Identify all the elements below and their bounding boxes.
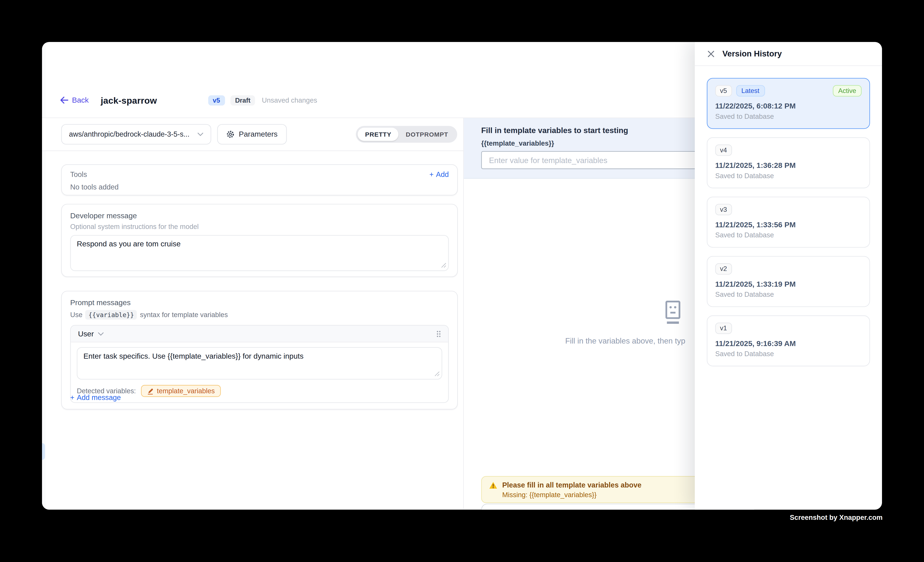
version-number-badge: v4: [715, 145, 732, 156]
message-header: User: [71, 326, 448, 342]
template-syntax-hint: Use {{variable}} syntax for template var…: [70, 310, 449, 320]
tools-card: Tools + Add No tools added: [61, 164, 458, 196]
version-timestamp: 11/21/2025, 1:36:28 PM: [715, 161, 862, 170]
version-timestamp: 11/21/2025, 1:33:56 PM: [715, 221, 862, 229]
model-select-value: aws/anthropic/bedrock-claude-3-5-s...: [69, 130, 193, 139]
message-role-value: User: [78, 329, 94, 338]
toggle-dotprompt[interactable]: DOTPROMPT: [399, 128, 456, 141]
version-number-badge: v3: [715, 204, 732, 215]
developer-message-card: Developer message Optional system instru…: [61, 204, 458, 277]
gear-icon: [226, 130, 235, 139]
back-label: Back: [72, 96, 88, 104]
message-block: User Enter task specifics. Use {{templat…: [70, 325, 449, 403]
version-timestamp: 11/22/2025, 6:08:12 PM: [715, 102, 862, 111]
drag-handle-icon[interactable]: [436, 330, 441, 337]
watermark-text: Screenshot by Xnapper.com: [790, 514, 883, 521]
active-badge: Active: [833, 85, 862, 97]
version-history-panel: Version History v5 Latest Active 11/22/2…: [695, 42, 882, 510]
version-number-badge: v5: [715, 85, 732, 97]
version-number-badge: v1: [715, 323, 732, 334]
bot-icon: [664, 300, 682, 327]
developer-message-subtitle: Optional system instructions for the mod…: [70, 223, 449, 230]
warning-icon: [489, 481, 498, 489]
version-card-v1[interactable]: v1 11/21/2025, 9:16:39 AM Saved to Datab…: [707, 315, 870, 366]
add-message-label: Add message: [77, 393, 121, 402]
developer-message-title: Developer message: [70, 212, 449, 220]
version-card-v3[interactable]: v3 11/21/2025, 1:33:56 PM Saved to Datab…: [707, 197, 870, 248]
empty-state-text: Fill in the variables above, then typ: [565, 336, 685, 345]
chevron-down-icon: [197, 132, 204, 136]
version-timestamp: 11/21/2025, 1:33:19 PM: [715, 280, 862, 288]
version-status: Saved to Database: [715, 350, 862, 357]
version-status: Saved to Database: [715, 113, 862, 120]
add-tool-label: Add: [436, 170, 449, 179]
back-button[interactable]: Back: [60, 96, 89, 104]
page-title: jack-sparrow: [100, 95, 157, 105]
parameters-label: Parameters: [239, 130, 278, 139]
add-message-button[interactable]: + Add message: [70, 393, 121, 402]
close-icon[interactable]: [708, 50, 715, 57]
parameters-button[interactable]: Parameters: [217, 124, 286, 144]
variable-code-chip: {{variable}}: [86, 310, 137, 320]
hint-suffix: syntax for template variables: [140, 311, 228, 318]
hint-prefix: Use: [70, 311, 82, 318]
message-content-input[interactable]: Enter task specifics. Use {{template_var…: [77, 347, 442, 380]
version-status: Saved to Database: [715, 291, 862, 298]
app-window: Back jack-sparrow v5 Draft Unsaved chang…: [42, 42, 882, 510]
draft-badge: Draft: [230, 95, 255, 105]
version-card-v4[interactable]: v4 11/21/2025, 1:36:28 PM Saved to Datab…: [707, 137, 870, 188]
version-badge: v5: [208, 95, 225, 105]
plus-icon: +: [70, 393, 74, 402]
version-card-v2[interactable]: v2 11/21/2025, 1:33:19 PM Saved to Datab…: [707, 256, 870, 307]
version-card-v5[interactable]: v5 Latest Active 11/22/2025, 6:08:12 PM …: [707, 78, 870, 129]
plus-icon: +: [429, 170, 434, 179]
prompt-messages-card: Prompt messages Use {{variable}} syntax …: [61, 291, 458, 410]
version-history-title: Version History: [722, 49, 782, 58]
tools-empty-text: No tools added: [70, 183, 449, 191]
pencil-icon: [147, 388, 154, 394]
unsaved-changes-text: Unsaved changes: [262, 97, 317, 104]
message-role-select[interactable]: User: [78, 329, 104, 338]
model-select[interactable]: aws/anthropic/bedrock-claude-3-5-s...: [61, 124, 211, 144]
tools-title: Tools: [70, 170, 87, 179]
version-status: Saved to Database: [715, 232, 862, 239]
sidebar-peek-pill[interactable]: [42, 443, 45, 460]
editor-toolbar: aws/anthropic/bedrock-claude-3-5-s... Pa…: [42, 118, 463, 151]
chevron-down-icon: [98, 332, 104, 335]
add-tool-button[interactable]: + Add: [429, 170, 449, 179]
version-list: v5 Latest Active 11/22/2025, 6:08:12 PM …: [695, 66, 882, 378]
version-number-badge: v2: [715, 263, 732, 275]
left-rail: [42, 42, 46, 510]
toggle-pretty[interactable]: PRETTY: [358, 128, 399, 141]
version-status: Saved to Database: [715, 172, 862, 179]
detected-variables-row: Detected variables: template_variables: [71, 382, 448, 402]
latest-badge: Latest: [736, 85, 765, 97]
version-timestamp: 11/21/2025, 9:16:39 AM: [715, 339, 862, 348]
detected-variable-chip[interactable]: template_variables: [141, 385, 221, 397]
screenshot-stage: Back jack-sparrow v5 Draft Unsaved chang…: [0, 0, 924, 562]
arrow-left-icon: [60, 97, 69, 104]
detected-variable-name: template_variables: [157, 387, 215, 395]
warning-title: Please fill in all template variables ab…: [502, 481, 641, 489]
developer-message-input[interactable]: Respond as you are tom cruise: [70, 235, 449, 271]
format-toggle: PRETTY DOTPROMPT: [356, 126, 457, 143]
page-header: Back jack-sparrow v5 Draft Unsaved chang…: [60, 92, 317, 108]
prompt-messages-title: Prompt messages: [70, 299, 449, 307]
version-history-header: Version History: [695, 42, 882, 66]
